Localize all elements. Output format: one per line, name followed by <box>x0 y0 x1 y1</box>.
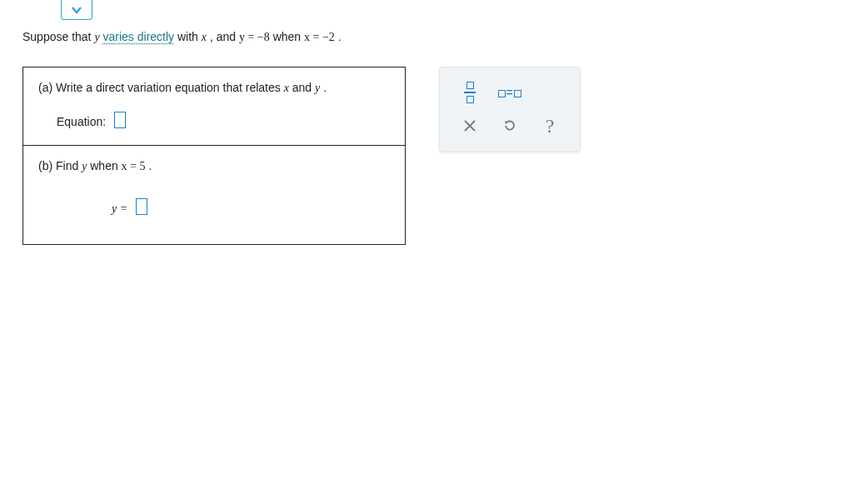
text: . <box>338 30 342 43</box>
text: (a) Write a direct variation equation th… <box>38 81 284 94</box>
part-b: (b) Find y when x = 5 . y = <box>23 146 405 244</box>
help-button[interactable]: ? <box>530 115 570 137</box>
text: when <box>273 30 304 43</box>
close-icon <box>463 119 476 132</box>
equation-tool[interactable]: = <box>490 86 530 99</box>
reset-icon <box>502 118 517 133</box>
var-y: y <box>315 82 320 94</box>
var-x: x <box>202 31 207 43</box>
condition: x = 5 <box>122 160 146 172</box>
equation-y: y = −8 <box>239 31 270 43</box>
reset-button[interactable] <box>490 118 530 133</box>
chevron-down-icon <box>71 4 82 16</box>
var-y: y <box>82 160 87 172</box>
part-b-prompt: (b) Find y when x = 5 . <box>38 159 390 173</box>
text: when <box>90 159 121 172</box>
part-a-prompt: (a) Write a direct variation equation th… <box>38 81 390 95</box>
equation-label: Equation: <box>57 115 106 128</box>
term-varies-directly[interactable]: varies directly <box>103 30 175 43</box>
part-a: (a) Write a direct variation equation th… <box>23 67 405 146</box>
dropdown-tab[interactable] <box>61 0 92 20</box>
text: . <box>323 81 327 94</box>
equation-template-icon: = <box>498 86 521 99</box>
equation-x: x = −2 <box>304 31 335 43</box>
help-icon: ? <box>546 115 555 137</box>
problem-statement: Suppose that y varies directly with x , … <box>22 30 342 44</box>
problem-box: (a) Write a direct variation equation th… <box>22 67 406 245</box>
answer-input[interactable] <box>136 198 147 215</box>
text: , and <box>210 30 239 43</box>
equation-input[interactable] <box>114 112 126 128</box>
text: . <box>148 159 152 172</box>
text: with <box>177 30 202 43</box>
equation-row: Equation: <box>57 112 390 128</box>
text: and <box>292 81 315 94</box>
tool-row-templates: = <box>450 76 570 109</box>
tool-row-actions: ? <box>450 109 570 142</box>
answer-label: y = <box>112 202 131 215</box>
fraction-icon <box>464 82 476 103</box>
text: (b) Find <box>38 159 82 172</box>
clear-button[interactable] <box>450 119 490 132</box>
text: Suppose that <box>22 30 94 43</box>
math-toolbar: = ? <box>439 67 581 152</box>
var-y: y <box>94 31 99 43</box>
var-x: x <box>284 82 289 94</box>
fraction-tool[interactable] <box>450 82 490 103</box>
answer-row: y = <box>112 198 390 216</box>
